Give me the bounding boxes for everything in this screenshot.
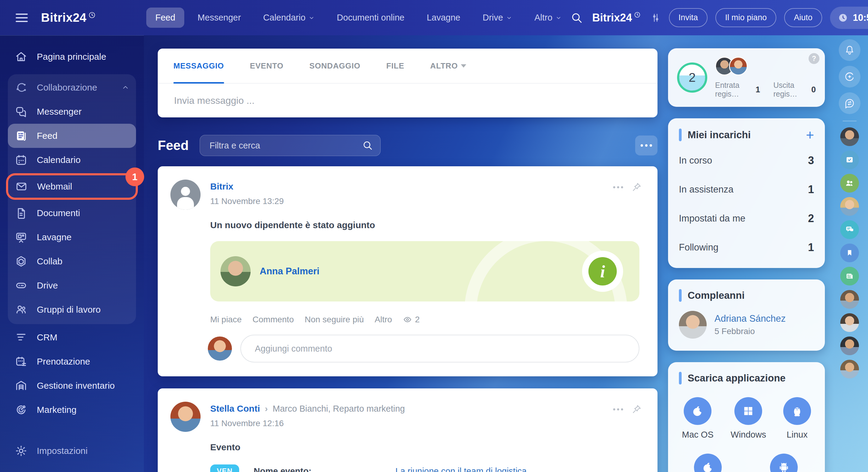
- sidebar-item-gruppi-di-lavoro[interactable]: Gruppi di lavoro: [8, 298, 136, 322]
- anna-palmeri-avatar[interactable]: [220, 256, 251, 286]
- chat-head-avatar[interactable]: [840, 197, 859, 216]
- stella-conti-link[interactable]: Stella Conti: [210, 404, 260, 414]
- sidebar-item-gestione-inventario[interactable]: Gestione inventario: [8, 374, 136, 398]
- top-nav-documenti-online[interactable]: Documenti online: [328, 7, 413, 28]
- event-name-link[interactable]: La riunione con il team di logistica: [395, 466, 529, 472]
- filter-search-input[interactable]: [209, 140, 358, 151]
- tab-evento[interactable]: EVENTO: [250, 49, 283, 83]
- help-button[interactable]: Aiuto: [784, 8, 822, 27]
- post-actions: Mi piace Commento Non seguire più Altro …: [210, 315, 640, 324]
- tasks-row-in-assistenza[interactable]: In assistenza1: [679, 175, 814, 204]
- clock-icon: [838, 13, 848, 23]
- notifications-bell-icon[interactable]: [839, 39, 861, 61]
- sidebar-item-messenger[interactable]: Messenger: [8, 99, 136, 124]
- pin-icon[interactable]: [631, 182, 642, 192]
- comment-input[interactable]: [254, 344, 625, 354]
- sidebar-item-collaborazione[interactable]: Collaborazione: [8, 76, 136, 99]
- chevron-up-icon: [122, 84, 129, 91]
- sliders-icon[interactable]: [650, 12, 661, 23]
- accent-bar: [679, 289, 682, 302]
- feed-more-button[interactable]: [635, 136, 657, 155]
- sidebar-item-prenotazione[interactable]: Prenotazione: [8, 350, 136, 374]
- add-task-button[interactable]: +: [806, 128, 814, 142]
- news-icon[interactable]: [840, 267, 859, 286]
- worktime-widget[interactable]: 10:50: [830, 7, 868, 29]
- top-nav-messenger[interactable]: Messenger: [188, 7, 250, 28]
- invite-button[interactable]: Invita: [669, 8, 708, 27]
- help-icon[interactable]: ?: [809, 53, 819, 64]
- top-nav-lavagne[interactable]: Lavagne: [418, 7, 469, 28]
- top-nav-drive[interactable]: Drive: [473, 7, 521, 28]
- anna-palmeri-link[interactable]: Anna Palmeri: [260, 266, 319, 277]
- download-linux[interactable]: Linux: [783, 397, 811, 440]
- pin-icon[interactable]: [631, 404, 642, 414]
- sidebar-item-impostazioni[interactable]: Impostazioni: [8, 439, 136, 463]
- stella-conti-avatar[interactable]: [170, 402, 200, 432]
- topbar-right: Bitrix24 Invita Il mio piano Aiuto 10:50: [570, 7, 868, 29]
- tasks-row-following[interactable]: Following1: [679, 233, 814, 262]
- menu-hamburger-icon[interactable]: [16, 13, 28, 22]
- comment-button[interactable]: Commento: [252, 315, 294, 324]
- author-avatar-placeholder[interactable]: [170, 180, 200, 210]
- search-icon[interactable]: [362, 140, 373, 151]
- sidebar-item-webmail[interactable]: Webmail 1: [6, 173, 138, 200]
- birthdays-widget: Compleanni Adriana Sánchez 5 Febbraio: [668, 279, 825, 351]
- attendee-avatar[interactable]: [729, 57, 748, 76]
- sidebar-group-collaborazione: Collaborazione Messenger Feed Calendario: [8, 74, 136, 324]
- tab-sondaggio[interactable]: SONDAGGIO: [309, 49, 361, 83]
- bitrix24-app: Bitrix24 Feed Messenger Calendario Docum…: [0, 0, 868, 472]
- sidebar-item-lavagne[interactable]: Lavagne: [8, 225, 136, 249]
- chat-head-avatar[interactable]: [840, 336, 859, 355]
- search-icon[interactable]: [570, 12, 583, 24]
- bookmark-icon[interactable]: [840, 243, 859, 262]
- edge-divider: [843, 121, 857, 121]
- bitrix24-logo[interactable]: Bitrix24: [41, 11, 96, 25]
- my-plan-button[interactable]: Il mio piano: [715, 8, 776, 27]
- sidebar-item-feed[interactable]: Feed: [8, 124, 136, 148]
- post-more-icon[interactable]: [613, 186, 623, 188]
- tab-messaggio[interactable]: MESSAGGIO: [174, 49, 224, 83]
- download-android[interactable]: Android: [769, 453, 799, 472]
- adriana-avatar[interactable]: [679, 311, 707, 338]
- top-nav-altro[interactable]: Altro: [525, 7, 570, 28]
- sidebar-item-marketing[interactable]: Marketing: [8, 398, 136, 422]
- like-button[interactable]: Mi piace: [210, 315, 242, 324]
- attendance-stats: Entrata regis… 1 Uscita regis… 0: [715, 81, 816, 98]
- message-input[interactable]: [174, 95, 642, 107]
- top-nav-calendario[interactable]: Calendario: [254, 7, 323, 28]
- group-chat-icon[interactable]: [840, 174, 859, 193]
- chat-head-avatar[interactable]: [840, 313, 859, 332]
- sidebar-item-calendario[interactable]: Calendario: [8, 148, 136, 172]
- post-title: Evento: [210, 442, 640, 452]
- top-nav-feed[interactable]: Feed: [146, 7, 184, 28]
- adriana-link[interactable]: Adriana Sánchez: [714, 313, 786, 324]
- tab-altro[interactable]: ALTRO: [430, 49, 466, 83]
- comment-input-wrap[interactable]: [240, 335, 640, 362]
- download-macos[interactable]: Mac OS: [682, 397, 714, 440]
- post-more-icon[interactable]: [613, 408, 623, 410]
- tab-file[interactable]: FILE: [386, 49, 404, 83]
- chat-head-avatar[interactable]: [840, 360, 859, 379]
- download-ios[interactable]: iOS: [694, 453, 722, 472]
- unfollow-button[interactable]: Non seguire più: [305, 315, 364, 324]
- warehouse-icon: [14, 379, 28, 392]
- more-button[interactable]: Altro: [375, 315, 392, 324]
- sidebar-item-documenti[interactable]: Documenti: [8, 201, 136, 225]
- apple-icon: [684, 397, 711, 425]
- chat-head-avatar[interactable]: [840, 290, 859, 309]
- download-windows[interactable]: Windows: [731, 397, 766, 440]
- post-author-link[interactable]: Bitrix: [210, 181, 284, 191]
- tasks-chat-icon[interactable]: [840, 151, 859, 169]
- sidebar-item-crm[interactable]: CRM: [8, 325, 136, 350]
- messenger-exchange-icon[interactable]: [839, 92, 861, 114]
- chat-bubbles-icon[interactable]: [840, 220, 859, 239]
- sidebar-item-pagina-principale[interactable]: Pagina principale: [8, 45, 136, 69]
- copilot-ai-icon[interactable]: [839, 66, 861, 88]
- feed-icon: [14, 129, 28, 143]
- sidebar-item-drive[interactable]: Drive: [8, 273, 136, 298]
- feed-filter[interactable]: [200, 135, 381, 156]
- tasks-row-impostati-da-me[interactable]: Impostati da me2: [679, 204, 814, 233]
- sidebar-item-collab[interactable]: Collab: [8, 249, 136, 273]
- chat-head-avatar[interactable]: [840, 127, 859, 146]
- tasks-row-in-corso[interactable]: In corso3: [679, 146, 814, 175]
